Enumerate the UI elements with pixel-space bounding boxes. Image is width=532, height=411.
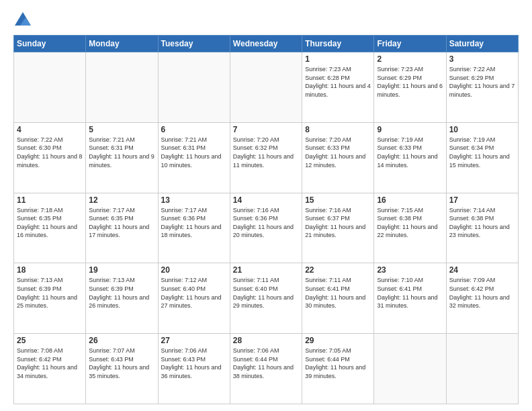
day-info: Sunrise: 7:06 AM Sunset: 6:44 PM Dayligh… — [233, 347, 299, 380]
logo-icon — [13, 11, 32, 30]
day-number: 22 — [305, 265, 371, 275]
calendar-cell: 18Sunrise: 7:13 AM Sunset: 6:39 PM Dayli… — [14, 263, 86, 334]
day-number: 27 — [161, 336, 227, 345]
day-info: Sunrise: 7:11 AM Sunset: 6:41 PM Dayligh… — [305, 276, 371, 310]
day-info: Sunrise: 7:21 AM Sunset: 6:31 PM Dayligh… — [161, 136, 227, 169]
day-number: 10 — [449, 125, 515, 134]
day-info: Sunrise: 7:08 AM Sunset: 6:42 PM Dayligh… — [17, 347, 83, 380]
calendar-cell: 10Sunrise: 7:19 AM Sunset: 6:34 PM Dayli… — [446, 122, 518, 193]
day-info: Sunrise: 7:22 AM Sunset: 6:30 PM Dayligh… — [17, 136, 83, 169]
calendar-cell: 7Sunrise: 7:20 AM Sunset: 6:32 PM Daylig… — [230, 122, 302, 193]
day-info: Sunrise: 7:17 AM Sunset: 6:36 PM Dayligh… — [161, 206, 227, 240]
calendar-cell: 2Sunrise: 7:23 AM Sunset: 6:29 PM Daylig… — [374, 52, 446, 123]
day-info: Sunrise: 7:06 AM Sunset: 6:43 PM Dayligh… — [161, 347, 227, 380]
day-info: Sunrise: 7:12 AM Sunset: 6:40 PM Dayligh… — [161, 276, 227, 310]
day-number: 7 — [233, 125, 299, 134]
calendar-table: SundayMondayTuesdayWednesdayThursdayFrid… — [13, 35, 519, 404]
logo — [13, 11, 35, 30]
day-number: 13 — [161, 195, 227, 205]
calendar-cell: 5Sunrise: 7:21 AM Sunset: 6:31 PM Daylig… — [86, 122, 158, 193]
day-info: Sunrise: 7:20 AM Sunset: 6:32 PM Dayligh… — [233, 136, 299, 169]
day-number: 8 — [305, 125, 371, 134]
calendar-cell: 14Sunrise: 7:16 AM Sunset: 6:36 PM Dayli… — [230, 193, 302, 263]
calendar-header-saturday: Saturday — [446, 36, 518, 52]
calendar-cell: 4Sunrise: 7:22 AM Sunset: 6:30 PM Daylig… — [14, 122, 86, 193]
calendar-cell: 29Sunrise: 7:05 AM Sunset: 6:44 PM Dayli… — [302, 334, 374, 404]
day-number: 28 — [233, 336, 299, 345]
day-number: 23 — [377, 265, 443, 275]
calendar-cell: 1Sunrise: 7:23 AM Sunset: 6:28 PM Daylig… — [302, 52, 374, 123]
calendar-header-sunday: Sunday — [14, 36, 86, 52]
day-info: Sunrise: 7:18 AM Sunset: 6:35 PM Dayligh… — [17, 206, 83, 240]
day-number: 26 — [89, 336, 154, 345]
day-number: 19 — [89, 265, 154, 275]
calendar-cell: 25Sunrise: 7:08 AM Sunset: 6:42 PM Dayli… — [14, 334, 86, 404]
day-number: 20 — [161, 265, 227, 275]
day-number: 5 — [89, 125, 154, 134]
day-info: Sunrise: 7:21 AM Sunset: 6:31 PM Dayligh… — [89, 136, 154, 169]
day-info: Sunrise: 7:16 AM Sunset: 6:36 PM Dayligh… — [233, 206, 299, 240]
calendar-header-monday: Monday — [86, 36, 158, 52]
day-number: 29 — [305, 336, 371, 345]
day-number: 17 — [449, 195, 515, 205]
calendar-cell: 22Sunrise: 7:11 AM Sunset: 6:41 PM Dayli… — [302, 263, 374, 334]
day-number: 2 — [377, 54, 443, 64]
day-info: Sunrise: 7:23 AM Sunset: 6:28 PM Dayligh… — [305, 65, 371, 99]
day-number: 21 — [233, 265, 299, 275]
calendar-header-tuesday: Tuesday — [158, 36, 230, 52]
calendar-cell — [14, 52, 86, 123]
calendar-cell: 11Sunrise: 7:18 AM Sunset: 6:35 PM Dayli… — [14, 193, 86, 263]
calendar-cell: 17Sunrise: 7:14 AM Sunset: 6:38 PM Dayli… — [446, 193, 518, 263]
calendar-cell — [446, 334, 518, 404]
calendar-header-wednesday: Wednesday — [230, 36, 302, 52]
calendar-cell: 19Sunrise: 7:13 AM Sunset: 6:39 PM Dayli… — [86, 263, 158, 334]
day-info: Sunrise: 7:16 AM Sunset: 6:37 PM Dayligh… — [305, 206, 371, 240]
calendar-cell: 16Sunrise: 7:15 AM Sunset: 6:38 PM Dayli… — [374, 193, 446, 263]
day-number: 25 — [17, 336, 83, 345]
day-info: Sunrise: 7:13 AM Sunset: 6:39 PM Dayligh… — [17, 276, 83, 310]
day-info: Sunrise: 7:15 AM Sunset: 6:38 PM Dayligh… — [377, 206, 443, 240]
calendar-cell — [158, 52, 230, 123]
day-number: 6 — [161, 125, 227, 134]
day-info: Sunrise: 7:13 AM Sunset: 6:39 PM Dayligh… — [89, 276, 154, 310]
day-number: 24 — [449, 265, 515, 275]
calendar-cell: 23Sunrise: 7:10 AM Sunset: 6:41 PM Dayli… — [374, 263, 446, 334]
day-info: Sunrise: 7:22 AM Sunset: 6:29 PM Dayligh… — [449, 65, 515, 99]
calendar-cell: 12Sunrise: 7:17 AM Sunset: 6:35 PM Dayli… — [86, 193, 158, 263]
day-number: 1 — [305, 54, 371, 64]
day-number: 12 — [89, 195, 154, 205]
day-info: Sunrise: 7:17 AM Sunset: 6:35 PM Dayligh… — [89, 206, 154, 240]
day-info: Sunrise: 7:05 AM Sunset: 6:44 PM Dayligh… — [305, 347, 371, 380]
day-info: Sunrise: 7:14 AM Sunset: 6:38 PM Dayligh… — [449, 206, 515, 240]
calendar-cell: 13Sunrise: 7:17 AM Sunset: 6:36 PM Dayli… — [158, 193, 230, 263]
calendar-cell: 26Sunrise: 7:07 AM Sunset: 6:43 PM Dayli… — [86, 334, 158, 404]
calendar-cell: 20Sunrise: 7:12 AM Sunset: 6:40 PM Dayli… — [158, 263, 230, 334]
calendar-cell — [86, 52, 158, 123]
day-info: Sunrise: 7:07 AM Sunset: 6:43 PM Dayligh… — [89, 347, 154, 380]
day-number: 9 — [377, 125, 443, 134]
day-info: Sunrise: 7:23 AM Sunset: 6:29 PM Dayligh… — [377, 65, 443, 99]
calendar-cell: 3Sunrise: 7:22 AM Sunset: 6:29 PM Daylig… — [446, 52, 518, 123]
day-info: Sunrise: 7:19 AM Sunset: 6:33 PM Dayligh… — [377, 136, 443, 169]
calendar-cell — [374, 334, 446, 404]
calendar-header-friday: Friday — [374, 36, 446, 52]
day-number: 3 — [449, 54, 515, 64]
calendar-cell: 27Sunrise: 7:06 AM Sunset: 6:43 PM Dayli… — [158, 334, 230, 404]
day-number: 14 — [233, 195, 299, 205]
day-number: 15 — [305, 195, 371, 205]
day-info: Sunrise: 7:20 AM Sunset: 6:33 PM Dayligh… — [305, 136, 371, 169]
calendar-cell — [230, 52, 302, 123]
day-number: 16 — [377, 195, 443, 205]
calendar-cell: 6Sunrise: 7:21 AM Sunset: 6:31 PM Daylig… — [158, 122, 230, 193]
calendar-cell: 9Sunrise: 7:19 AM Sunset: 6:33 PM Daylig… — [374, 122, 446, 193]
day-number: 11 — [17, 195, 83, 205]
day-info: Sunrise: 7:09 AM Sunset: 6:42 PM Dayligh… — [449, 276, 515, 310]
calendar-cell: 24Sunrise: 7:09 AM Sunset: 6:42 PM Dayli… — [446, 263, 518, 334]
day-info: Sunrise: 7:19 AM Sunset: 6:34 PM Dayligh… — [449, 136, 515, 169]
calendar-cell: 21Sunrise: 7:11 AM Sunset: 6:40 PM Dayli… — [230, 263, 302, 334]
calendar-cell: 28Sunrise: 7:06 AM Sunset: 6:44 PM Dayli… — [230, 334, 302, 404]
calendar-header-thursday: Thursday — [302, 36, 374, 52]
calendar-cell: 15Sunrise: 7:16 AM Sunset: 6:37 PM Dayli… — [302, 193, 374, 263]
day-info: Sunrise: 7:11 AM Sunset: 6:40 PM Dayligh… — [233, 276, 299, 310]
calendar-cell: 8Sunrise: 7:20 AM Sunset: 6:33 PM Daylig… — [302, 122, 374, 193]
